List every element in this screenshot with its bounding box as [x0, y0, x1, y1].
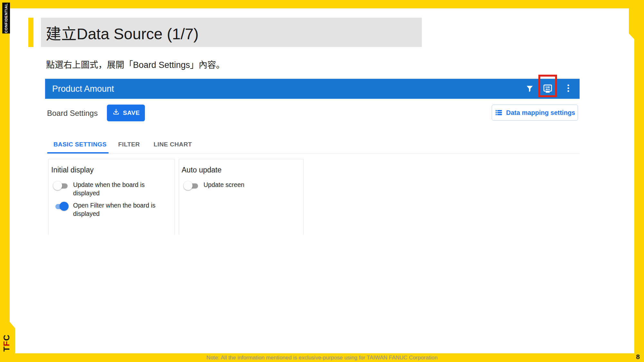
toggle-thumb	[60, 202, 69, 211]
frame-right-top-corner	[629, 0, 644, 39]
download-icon	[112, 108, 120, 118]
footer-bar: Note: All the information mentioned is e…	[0, 353, 644, 362]
data-mapping-settings-label: Data mapping settings	[506, 109, 575, 116]
tfc-logo: TFC	[2, 333, 11, 353]
save-button-label: SAVE	[123, 109, 140, 116]
toggle-row: Update screen	[184, 181, 303, 190]
card-title: Auto update	[182, 166, 303, 174]
more-vert-icon[interactable]	[564, 84, 572, 95]
title-box: 建立Data Source (1/7)	[41, 18, 422, 47]
board-header: Product Amount	[45, 79, 580, 99]
auto-update-card: Auto update Update screen	[179, 159, 304, 235]
page-title: 建立Data Source (1/7)	[41, 21, 199, 44]
toggle-switch-update-when-displayed[interactable]	[53, 181, 69, 190]
board-settings-panel: Product Amount Board Settings	[45, 78, 580, 235]
frame-right-bar	[634, 0, 644, 362]
confidential-label: CONFIDENTIAL	[4, 3, 8, 33]
toggle-row: Open Filter when the board is displayed	[53, 201, 175, 218]
filter-icon[interactable]	[525, 84, 534, 95]
toggle-label: Update screen	[204, 181, 244, 189]
toggle-row: Update when the board is displayed	[53, 181, 175, 198]
active-tab-underline	[47, 152, 109, 153]
frame-left-bar	[0, 0, 10, 362]
toggle-thumb	[53, 181, 62, 190]
list-icon	[495, 108, 503, 117]
highlight-box	[538, 75, 557, 97]
data-mapping-settings-button[interactable]: Data mapping settings	[492, 105, 578, 121]
initial-display-card: Initial display Update when the board is…	[48, 159, 175, 235]
tab-basic-settings[interactable]: BASIC SETTINGS	[53, 135, 107, 153]
title-accent-bar	[28, 18, 33, 47]
toggle-switch-open-filter[interactable]	[53, 201, 69, 211]
toggle-label: Open Filter when the board is displayed	[73, 201, 160, 218]
board-settings-label: Board Settings	[47, 109, 98, 118]
instruction-text: 點選右上圖式，展開「Board Settings」內容。	[46, 58, 225, 70]
toggle-label: Update when the board is displayed	[73, 181, 160, 198]
tab-bar: BASIC SETTINGS FILTER LINE CHART	[45, 135, 580, 154]
toggle-thumb	[184, 181, 193, 190]
confidential-badge: CONFIDENTIAL	[2, 3, 10, 33]
board-title: Product Amount	[52, 84, 114, 94]
tab-filter[interactable]: FILTER	[118, 135, 140, 153]
card-title: Initial display	[51, 166, 175, 174]
footer-note: Note: All the information mentioned is e…	[206, 355, 438, 361]
tab-line-chart[interactable]: LINE CHART	[154, 135, 192, 153]
frame-top-bar	[0, 0, 644, 8]
toggle-switch-update-screen[interactable]	[184, 181, 199, 190]
slide: CONFIDENTIAL 建立Data Source (1/7) 點選右上圖式，…	[0, 0, 644, 362]
page-number: 8	[636, 353, 640, 361]
save-button[interactable]: SAVE	[107, 105, 145, 121]
